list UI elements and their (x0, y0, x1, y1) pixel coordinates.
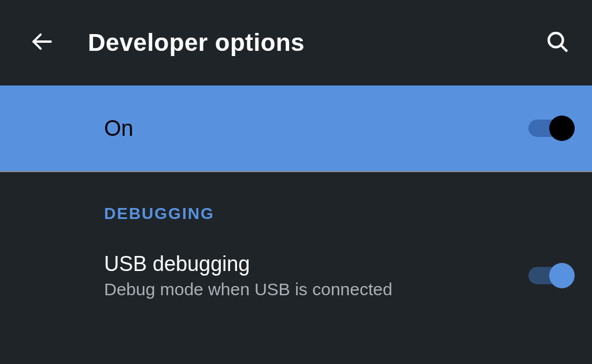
back-button[interactable] (28, 29, 56, 57)
master-toggle-row[interactable]: On (0, 86, 592, 172)
master-toggle-label: On (104, 116, 528, 141)
setting-subtitle-usb: Debug mode when USB is connected (104, 280, 528, 299)
setting-title-usb: USB debugging (104, 252, 528, 276)
section-header-debugging: DEBUGGING (0, 172, 592, 223)
search-icon (545, 29, 569, 56)
switch-track (528, 120, 569, 137)
switch-track (528, 267, 569, 284)
app-bar: Developer options (0, 0, 592, 86)
page-title: Developer options (88, 29, 543, 57)
master-toggle-switch[interactable] (528, 120, 569, 137)
search-button[interactable] (543, 29, 571, 57)
switch-thumb (549, 116, 575, 141)
setting-text: USB debugging Debug mode when USB is con… (104, 252, 528, 299)
arrow-back-icon (29, 29, 54, 56)
usb-debugging-switch[interactable] (528, 267, 569, 284)
svg-line-2 (561, 45, 567, 51)
setting-usb-debugging-row[interactable]: USB debugging Debug mode when USB is con… (0, 223, 592, 299)
switch-thumb (549, 263, 575, 288)
